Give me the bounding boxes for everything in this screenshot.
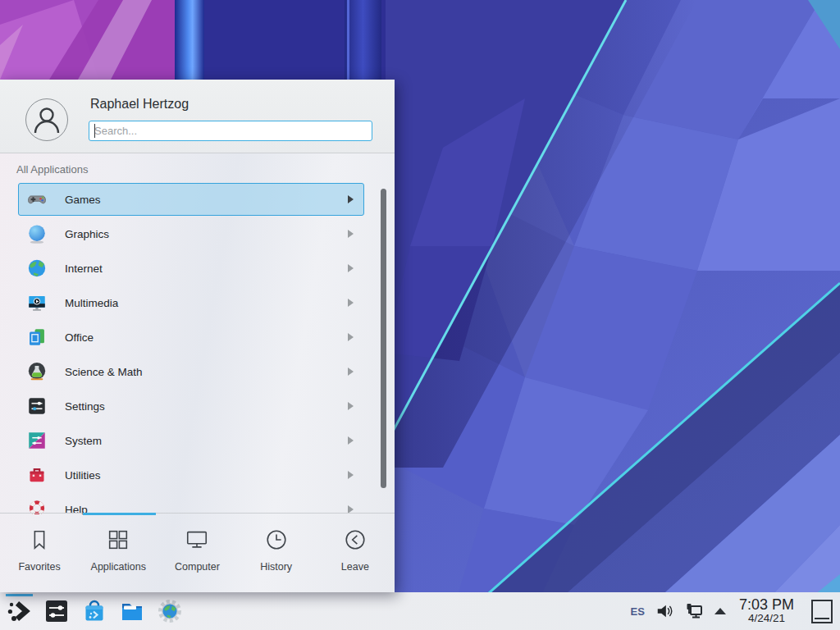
toolbox-icon	[26, 464, 48, 486]
system-settings-button[interactable]	[43, 598, 70, 624]
flask-icon	[26, 361, 48, 382]
monitor-icon	[185, 527, 209, 552]
application-launcher-menu: Raphael Hertzog All Applications Games G…	[0, 80, 395, 592]
person-icon	[26, 99, 67, 140]
category-graphics[interactable]: Graphics	[18, 217, 364, 250]
category-label: Office	[65, 331, 94, 344]
chevron-right-icon	[348, 333, 354, 341]
tab-label: Computer	[175, 561, 220, 573]
taskbar-apps	[0, 592, 183, 630]
leave-circle-icon	[343, 527, 368, 552]
category-settings[interactable]: Settings	[18, 390, 364, 422]
category-label: Science & Math	[65, 366, 143, 378]
keyboard-layout-indicator[interactable]: ES	[631, 605, 645, 618]
search-input[interactable]	[89, 121, 372, 141]
category-label: Graphics	[65, 228, 109, 240]
clock-time: 7:03 PM	[739, 597, 794, 614]
user-name: Raphael Hertzog	[90, 97, 189, 112]
section-label: All Applications	[16, 163, 88, 176]
category-label: System	[65, 435, 102, 447]
blue-bag-icon	[81, 598, 107, 624]
category-office[interactable]: Office	[18, 321, 364, 354]
globe-icon	[26, 258, 48, 279]
category-system[interactable]: System	[18, 424, 364, 457]
category-list: Games Graphics Internet	[18, 183, 364, 514]
category-label: Settings	[65, 400, 105, 413]
tab-applications[interactable]: Applications	[79, 514, 158, 592]
category-label: Internet	[65, 262, 103, 275]
category-games[interactable]: Games	[18, 183, 364, 216]
file-manager-button[interactable]	[119, 598, 145, 624]
tab-label: Favorites	[18, 561, 60, 573]
category-multimedia[interactable]: Multimedia	[18, 286, 364, 319]
chevron-right-icon	[348, 299, 354, 307]
taskbar-panel: ES 7:03 PM 4/24/21	[0, 592, 840, 630]
chevron-right-icon	[348, 471, 354, 479]
tab-favorites[interactable]: Favorites	[0, 514, 79, 592]
category-help[interactable]: Help	[18, 493, 364, 514]
launcher-tab-bar: Favorites Applications Computer History	[0, 513, 395, 592]
gamepad-icon	[26, 189, 48, 210]
category-utilities[interactable]: Utilities	[18, 459, 364, 491]
clock-icon	[264, 527, 289, 552]
chevron-right-icon	[348, 368, 354, 376]
tab-label: History	[260, 561, 292, 573]
chevron-right-icon	[348, 436, 354, 445]
category-science-math[interactable]: Science & Math	[18, 355, 364, 388]
documents-icon	[26, 326, 48, 348]
category-label: Games	[65, 194, 101, 206]
chevron-right-icon	[348, 230, 354, 238]
blue-ball-icon	[26, 223, 48, 244]
system-tray: ES 7:03 PM 4/24/21	[631, 592, 840, 630]
tab-label: Applications	[91, 561, 146, 573]
application-launcher-button[interactable]	[6, 598, 32, 624]
user-avatar[interactable]	[25, 98, 68, 141]
category-label: Multimedia	[65, 297, 118, 309]
chevron-right-icon	[348, 402, 354, 410]
network-icon[interactable]	[684, 601, 704, 621]
dark-sliders-icon	[43, 598, 70, 624]
digital-clock[interactable]: 7:03 PM 4/24/21	[739, 597, 794, 626]
bookmark-icon	[27, 527, 52, 552]
tab-leave[interactable]: Leave	[316, 514, 395, 592]
clock-date: 4/24/21	[739, 613, 794, 625]
monitor-play-icon	[26, 292, 48, 313]
globe-gear-icon	[157, 598, 183, 624]
sliders-icon	[26, 395, 48, 417]
category-label: Utilities	[65, 469, 101, 482]
web-browser-button[interactable]	[157, 598, 183, 624]
blue-folder-icon	[119, 598, 145, 624]
volume-icon[interactable]	[655, 602, 673, 620]
chevron-right-icon	[348, 195, 354, 203]
kde-kicker-icon	[6, 598, 32, 624]
expand-tray-icon[interactable]	[714, 608, 726, 614]
chevron-right-icon	[348, 264, 354, 272]
active-tab-indicator	[83, 513, 156, 515]
tab-label: Leave	[341, 561, 369, 573]
launcher-header: Raphael Hertzog	[0, 80, 395, 153]
discover-button[interactable]	[81, 598, 107, 624]
text-caret	[94, 124, 95, 138]
list-scrollbar[interactable]	[381, 189, 386, 488]
show-desktop-button[interactable]	[811, 600, 833, 623]
tab-computer[interactable]: Computer	[158, 514, 236, 592]
grid-icon	[106, 527, 130, 552]
system-sliders-icon	[26, 430, 48, 451]
tab-history[interactable]: History	[237, 514, 316, 592]
category-internet[interactable]: Internet	[18, 252, 364, 285]
